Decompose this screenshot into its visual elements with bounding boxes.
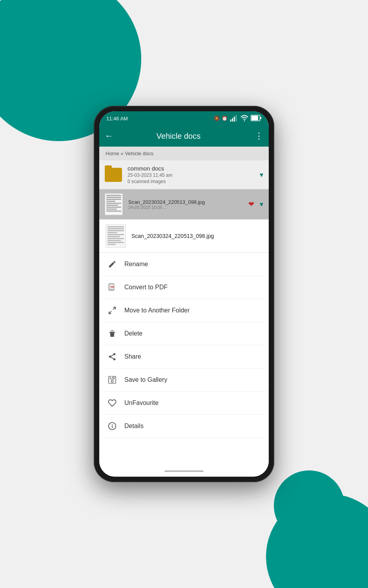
svg-line-18 [111,357,113,359]
status-time: 11:46 AM [106,116,128,122]
svg-point-15 [113,353,116,356]
rename-label: Rename [124,261,148,268]
mute-icon: 🔕 [214,116,220,121]
file-list-background: common docs 25-03-2023 11:45 am 0 scanne… [99,160,269,220]
trash-icon [107,328,117,339]
scan-info-bg: Scan_20230324_220513_098.jpg 24-03-2023 … [128,199,243,210]
phone-screen: 11:46 AM 🔕 ⏰ [99,111,269,477]
scan-name-bg: Scan_20230324_220513_098.jpg [128,199,243,205]
unfavourite-label: UnFavourite [124,399,158,407]
svg-point-23 [111,380,113,383]
context-thumbnail [106,224,126,248]
delete-label: Delete [124,330,142,337]
svg-line-13 [113,307,115,310]
heart-outline-icon [107,398,117,408]
chevron-down-icon-scan: ▾ [260,200,263,209]
pdf-icon: PDF [107,282,117,292]
svg-text:PDF: PDF [111,286,114,288]
svg-rect-1 [232,118,233,122]
share-label: Share [124,353,141,360]
app-title: Vehicle docs [118,132,239,141]
overflow-menu-button[interactable]: ⋮ [255,131,263,141]
favourite-icon: ❤ [248,200,254,209]
phone-frame: 11:46 AM 🔕 ⏰ [94,106,274,482]
breadcrumb: Home » Vehicle docs [99,147,269,160]
battery-icon [251,115,262,122]
svg-rect-3 [236,115,237,122]
svg-line-19 [111,355,113,356]
menu-item-unfavourite[interactable]: UnFavourite [99,392,269,415]
scan-date-bg: 24-03-2023 10:05 ... [128,205,243,210]
status-icons: 🔕 ⏰ [214,114,262,123]
wifi-icon [240,114,249,123]
svg-line-14 [109,311,111,314]
folder-count: 0 scanned images [128,179,254,184]
menu-item-rename[interactable]: Rename [99,253,269,276]
gesture-pill [164,470,204,472]
gesture-bar [99,466,269,477]
folder-date: 25-03-2023 11:45 am [128,172,254,178]
svg-rect-6 [251,116,258,120]
alarm-icon: ⏰ [222,116,228,121]
svg-rect-22 [111,376,112,379]
share-icon [107,352,117,362]
info-icon [107,421,117,431]
menu-item-convert-pdf[interactable]: PDF Convert to PDF [99,276,269,299]
svg-point-4 [244,120,245,121]
svg-rect-7 [260,117,261,119]
context-header: Scan_20230324_220513_098.jpg [99,220,269,253]
scan-item-background[interactable]: Scan_20230324_220513_098.jpg 24-03-2023 … [99,189,269,220]
svg-point-17 [113,358,116,361]
move-folder-label: Move to Another Folder [124,307,189,314]
folder-item[interactable]: common docs 25-03-2023 11:45 am 0 scanne… [99,160,269,189]
details-label: Details [124,423,144,430]
menu-item-save-gallery[interactable]: Save to Gallery [99,368,269,392]
folder-icon [105,168,122,182]
svg-rect-2 [234,116,235,122]
app-bar: ← Vehicle docs ⋮ [99,125,269,147]
scan-thumbnail-bg [105,193,123,215]
convert-pdf-label: Convert to PDF [124,284,168,291]
save-icon [107,375,117,385]
context-filename: Scan_20230324_220513_098.jpg [131,233,214,239]
pencil-icon [107,259,117,269]
save-gallery-label: Save to Gallery [124,376,167,383]
back-button[interactable]: ← [105,131,113,141]
svg-rect-0 [230,119,231,122]
signal-icon [230,114,238,123]
menu-item-move-folder[interactable]: Move to Another Folder [99,299,269,322]
chevron-down-icon: ▾ [260,171,263,179]
menu-item-share[interactable]: Share [99,345,269,368]
folder-name: common docs [128,165,254,172]
menu-item-details[interactable]: Details [99,415,269,438]
bg-decoration-br2 [274,470,344,541]
svg-point-16 [109,356,111,358]
status-bar: 11:46 AM 🔕 ⏰ [99,111,269,125]
move-icon [107,305,117,316]
folder-info: common docs 25-03-2023 11:45 am 0 scanne… [128,165,254,184]
menu-item-delete[interactable]: Delete [99,322,269,345]
context-menu: Scan_20230324_220513_098.jpg Rename P [99,220,269,466]
